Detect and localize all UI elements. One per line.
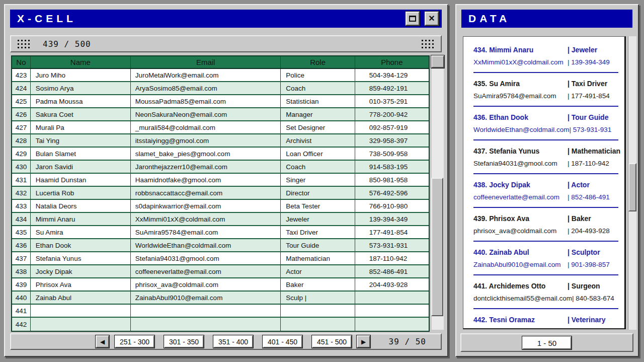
cell-name[interactable]: Natalia Deors xyxy=(31,200,131,212)
cell-no[interactable]: 429 xyxy=(12,148,31,160)
cell-email[interactable]: phrisox_ava@coldmail.com xyxy=(131,278,281,291)
cell-phone[interactable]: 139-394-349 xyxy=(355,213,429,225)
cell-name[interactable]: Padma Moussa xyxy=(31,95,131,107)
cell-phone[interactable]: 329-958-397 xyxy=(355,134,429,147)
cell-email[interactable]: XxMimmi01xX@coldmail.com xyxy=(131,213,281,225)
cell-phone[interactable]: 177-491-854 xyxy=(355,226,429,238)
cell-role[interactable]: Actor xyxy=(281,265,355,277)
cell-no[interactable]: 442 xyxy=(12,318,31,331)
cell-name[interactable]: Jaron Savidi xyxy=(31,161,131,173)
next-page-button[interactable]: ▶ xyxy=(357,335,370,348)
cell-no[interactable]: 431 xyxy=(12,174,31,186)
cell-no[interactable]: 428 xyxy=(12,134,31,147)
cell-role[interactable]: Mathematician xyxy=(281,252,355,264)
cell-name[interactable]: Tai Ying xyxy=(31,134,131,147)
cell-no[interactable]: 424 xyxy=(12,82,31,94)
cell-name[interactable]: Sosimo Arya xyxy=(31,82,131,94)
cell-no[interactable]: 436 xyxy=(12,239,31,251)
cell-name[interactable]: Sakura Coet xyxy=(31,108,131,120)
page-range-button-401-450[interactable]: 401 - 450 xyxy=(263,335,302,348)
cell-email[interactable]: coffeeneverlatte@email.com xyxy=(131,265,281,277)
page-range-button-251-300[interactable]: 251 - 300 xyxy=(115,335,154,348)
cell-name[interactable]: Jocky Dipak xyxy=(31,265,131,277)
cell-name[interactable]: Mimmi Anaru xyxy=(31,213,131,225)
cell-role[interactable]: Jeweler xyxy=(281,213,355,225)
cell-phone[interactable]: 504-394-129 xyxy=(355,69,429,81)
cell-no[interactable]: 426 xyxy=(12,108,31,120)
cell-role[interactable]: Baker xyxy=(281,278,355,291)
cell-no[interactable]: 441 xyxy=(12,305,31,317)
cell-no[interactable]: 432 xyxy=(12,187,31,199)
cell-role[interactable]: Singer xyxy=(281,174,355,186)
cell-phone[interactable]: 204-493-928 xyxy=(355,278,429,291)
page-range-button-351-400[interactable]: 351 - 400 xyxy=(213,335,253,348)
cell-name[interactable] xyxy=(31,305,131,317)
cell-email[interactable]: itsstaiyingg@gmool.com xyxy=(131,134,281,147)
cell-name[interactable]: Ethan Dook xyxy=(31,239,131,251)
cell-no[interactable]: 433 xyxy=(12,200,31,212)
cell-phone[interactable]: 778-200-942 xyxy=(355,108,429,120)
cell-phone[interactable]: 914-583-195 xyxy=(355,161,429,173)
cell-phone[interactable]: 852-486-491 xyxy=(355,265,429,277)
cell-email[interactable]: WorldwideEthan@coldmail.com xyxy=(131,239,281,251)
cell-email[interactable]: AryaSosimo85@email.com xyxy=(131,82,281,94)
table-scrollbar[interactable] xyxy=(431,55,444,330)
cell-no[interactable]: 440 xyxy=(12,292,31,304)
range-button-1-50[interactable]: 1 - 50 xyxy=(522,336,572,349)
cell-no[interactable]: 437 xyxy=(12,252,31,264)
cell-name[interactable]: Juro Miho xyxy=(31,69,131,81)
cell-name[interactable]: Phrisox Ava xyxy=(31,278,131,291)
cell-role[interactable]: Manager xyxy=(281,108,355,120)
cell-name[interactable]: Murali Pa xyxy=(31,121,131,133)
cell-email[interactable]: MoussaPadma85@email.com xyxy=(131,95,281,107)
cell-no[interactable]: 430 xyxy=(12,161,31,173)
cell-name[interactable]: Zainab Abul xyxy=(31,292,131,304)
cell-name[interactable]: Lucertia Rob xyxy=(31,187,131,199)
cell-phone[interactable]: 576-492-596 xyxy=(355,187,429,199)
cell-role[interactable]: Loan Officer xyxy=(281,148,355,160)
cell-email[interactable] xyxy=(131,305,281,317)
cell-phone[interactable] xyxy=(355,318,429,331)
cell-role[interactable]: Beta Tester xyxy=(281,200,355,212)
cell-role[interactable]: Statistician xyxy=(281,95,355,107)
cell-no[interactable]: 434 xyxy=(12,213,31,225)
cell-email[interactable]: JuroMetalWork@email.com xyxy=(131,69,281,81)
cell-phone[interactable]: 859-492-191 xyxy=(355,82,429,94)
cell-no[interactable]: 438 xyxy=(12,265,31,277)
cell-name[interactable]: Stefania Yunus xyxy=(31,252,131,264)
cell-role[interactable]: Archivist xyxy=(281,134,355,147)
cell-no[interactable]: 427 xyxy=(12,121,31,133)
cell-email[interactable]: s0dapinkwarrior@email.com xyxy=(131,200,281,212)
cell-email[interactable]: NeonSakuraNeon@email.com xyxy=(131,108,281,120)
cell-phone[interactable]: 738-509-958 xyxy=(355,148,429,160)
cell-email[interactable] xyxy=(131,318,281,331)
cell-email[interactable]: SuAmira95784@email.com xyxy=(131,226,281,238)
page-range-button-451-500[interactable]: 451 - 500 xyxy=(312,335,352,348)
cell-email[interactable]: Stefania94031@gmool.com xyxy=(131,252,281,264)
cell-phone[interactable]: 187-110-942 xyxy=(355,252,429,264)
cell-name[interactable]: Su Amira xyxy=(31,226,131,238)
cell-email[interactable]: Haamidnotfake@gmool.com xyxy=(131,174,281,186)
cell-no[interactable]: 435 xyxy=(12,226,31,238)
page-range-button-301-350[interactable]: 301 - 350 xyxy=(164,335,204,348)
cell-email[interactable]: ZainabAbul9010@email.com xyxy=(131,292,281,304)
cell-phone[interactable] xyxy=(355,292,429,304)
close-button[interactable]: ✕ xyxy=(425,12,439,26)
cell-role[interactable]: Taxi Driver xyxy=(281,226,355,238)
cell-phone[interactable]: 766-910-980 xyxy=(355,200,429,212)
maximize-button[interactable] xyxy=(406,12,420,26)
cell-phone[interactable]: 573-931-931 xyxy=(355,239,429,251)
cell-name[interactable]: Haamid Dunstan xyxy=(31,174,131,186)
cell-role[interactable]: Coach xyxy=(281,161,355,173)
cell-role[interactable]: Coach xyxy=(281,82,355,94)
cell-name[interactable]: Bulan Slamet xyxy=(31,148,131,160)
cell-email[interactable]: Jaronthejazzerr10@email.com xyxy=(131,161,281,173)
scrollbar-thumb[interactable] xyxy=(628,163,636,211)
cell-role[interactable] xyxy=(281,305,355,317)
cell-phone[interactable]: 010-375-291 xyxy=(355,95,429,107)
cell-role[interactable]: Director xyxy=(281,187,355,199)
prev-page-button[interactable]: ◀ xyxy=(96,335,109,348)
cell-role[interactable]: Set Designer xyxy=(281,121,355,133)
cell-role[interactable] xyxy=(281,318,355,331)
scrollbar-thumb[interactable] xyxy=(431,178,443,316)
